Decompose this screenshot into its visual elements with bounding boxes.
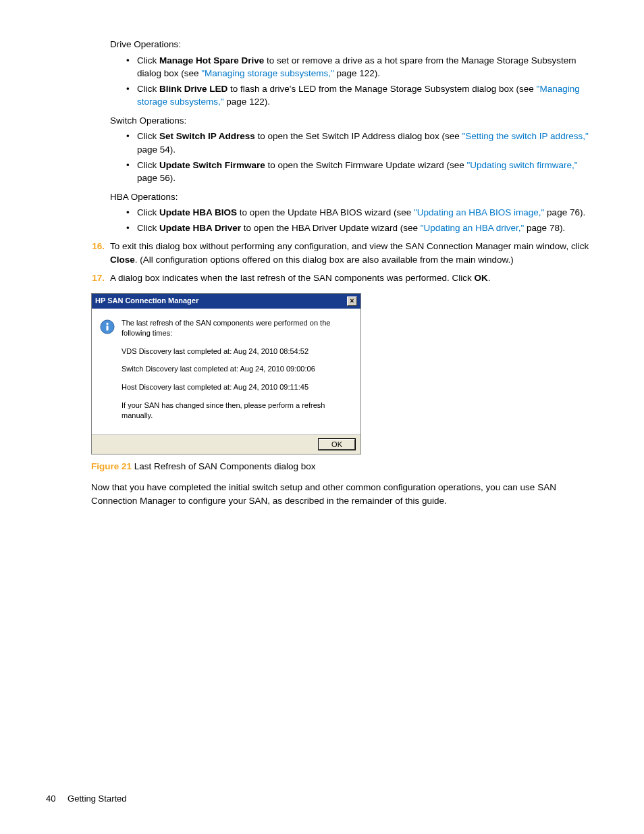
xref-link[interactable]: "Setting the switch IP address,": [462, 131, 589, 141]
ok-button[interactable]: OK: [319, 439, 355, 450]
step-17: 17. A dialog box indicates when the last…: [110, 271, 598, 285]
drive-ops-list: Click Manage Hot Spare Drive to set or r…: [110, 54, 598, 109]
bold-term: Close: [110, 255, 135, 265]
closing-paragraph: Now that you have completed the initial …: [91, 481, 598, 507]
dialog-titlebar: HP SAN Connection Manager ×: [92, 294, 360, 309]
dialog-msg-intro: The last refresh of the SAN components w…: [122, 318, 352, 338]
dialog-footer: OK: [92, 434, 360, 454]
page-number: 40: [46, 793, 55, 804]
bold-term: Manage Hot Spare Drive: [159, 55, 264, 66]
list-item: Click Update Switch Firmware to open the…: [137, 159, 598, 185]
drive-ops-label: Drive Operations:: [110, 38, 598, 51]
svg-point-1: [106, 323, 108, 325]
step-number: 16.: [91, 240, 110, 266]
xref-link[interactable]: "Updating an HBA BIOS image,": [414, 207, 544, 217]
xref-link[interactable]: "Updating switch firmware,": [466, 160, 577, 170]
dialog-msg-switch: Switch Discovery last completed at: Aug …: [122, 364, 352, 374]
hba-ops-list: Click Update HBA BIOS to open the Update…: [110, 206, 598, 234]
switch-ops-label: Switch Operations:: [110, 114, 598, 128]
dialog-title-text: HP SAN Connection Manager: [95, 296, 198, 307]
dialog-msg-refresh: If your SAN has changed since then, plea…: [122, 400, 352, 421]
dialog-messages: The last refresh of the SAN components w…: [122, 318, 352, 421]
list-item: Click Update HBA BIOS to open the Update…: [137, 206, 598, 219]
bold-term: Set Switch IP Address: [159, 131, 255, 141]
list-item: Click Update HBA Driver to open the HBA …: [137, 221, 598, 235]
list-item: Click Set Switch IP Address to open the …: [137, 130, 598, 156]
bold-term: Update HBA Driver: [159, 223, 241, 233]
step-body: A dialog box indicates when the last ref…: [110, 271, 598, 285]
bold-term: Update HBA BIOS: [159, 207, 237, 217]
list-item: Click Blink Drive LED to flash a drive's…: [137, 82, 598, 109]
step-body: To exit this dialog box without performi…: [110, 240, 598, 266]
hba-ops-label: HBA Operations:: [110, 190, 598, 204]
svg-rect-2: [106, 325, 108, 330]
bold-term: OK: [475, 273, 488, 283]
figure-caption: Figure 21 Last Refresh of SAN Components…: [91, 460, 598, 473]
page-content: Drive Operations: Click Manage Hot Spare…: [110, 38, 598, 285]
dialog-msg-vds: VDS Discovery last completed at: Aug 24,…: [122, 346, 352, 357]
switch-ops-list: Click Set Switch IP Address to open the …: [110, 130, 598, 184]
xref-link[interactable]: "Updating an HBA driver,": [421, 223, 525, 233]
dialog-body: The last refresh of the SAN components w…: [92, 309, 360, 434]
bold-term: Blink Drive LED: [159, 84, 227, 94]
close-icon[interactable]: ×: [347, 296, 357, 306]
dialog-msg-host: Host Discovery last completed at: Aug 24…: [122, 382, 352, 392]
bold-term: Update Switch Firmware: [159, 160, 265, 170]
info-icon: [100, 319, 115, 334]
page-footer: 40 Getting Started: [46, 793, 127, 806]
list-item: Click Manage Hot Spare Drive to set or r…: [137, 54, 598, 80]
figure-label: Figure 21: [91, 461, 132, 471]
step-16: 16. To exit this dialog box without perf…: [110, 240, 598, 266]
footer-section: Getting Started: [68, 793, 126, 804]
xref-link[interactable]: "Managing storage subsystems,": [201, 68, 333, 78]
refresh-dialog: HP SAN Connection Manager × The last ref…: [91, 293, 361, 454]
step-number: 17.: [91, 271, 110, 285]
